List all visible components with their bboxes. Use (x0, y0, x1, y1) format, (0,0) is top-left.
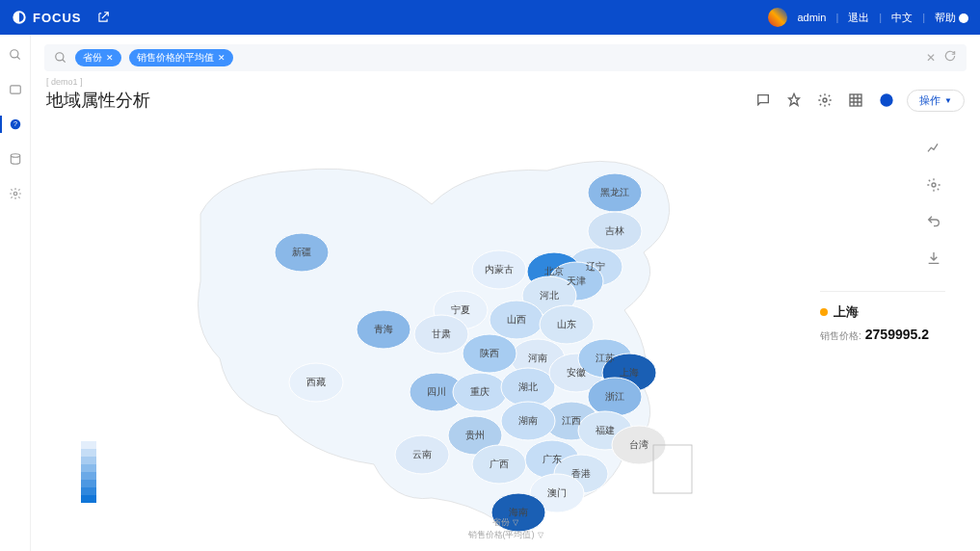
table-icon (848, 92, 863, 108)
gear-icon (9, 187, 22, 200)
search-bar[interactable]: 省份✕ 销售价格的平均值✕ ✕ (44, 44, 967, 71)
line-tool[interactable] (922, 137, 945, 160)
legend-cell (81, 495, 96, 503)
settings-tool[interactable] (814, 90, 835, 111)
svg-point-4 (11, 154, 19, 158)
svg-point-0 (10, 50, 17, 58)
content-area: 省份✕ 销售价格的平均值✕ ✕ [ demo1 ] 地域属性分析 操作▼ 黑龙江… (31, 35, 980, 551)
operate-label: 操作 (919, 93, 940, 108)
province-青海[interactable] (357, 310, 411, 349)
lang-link[interactable]: 中文 (891, 11, 913, 25)
info-dot-icon (820, 308, 828, 316)
refresh-icon (943, 49, 957, 63)
help-link[interactable]: 帮助 (935, 11, 968, 25)
tag-remove-icon[interactable]: ✕ (106, 53, 114, 63)
question-circle-icon: ? (9, 118, 22, 131)
province-广西[interactable] (472, 445, 526, 484)
tag-label: 省份 (83, 51, 102, 65)
avatar[interactable] (768, 8, 787, 27)
config-tool[interactable] (922, 173, 945, 197)
main-layout: ? 省份✕ 销售价格的平均值✕ ✕ [ demo1 ] 地域属性分析 操作▼ 黑… (0, 35, 980, 551)
external-link-button[interactable] (93, 8, 113, 27)
page-title: 地域属性分析 (46, 89, 150, 112)
selected-region: 上海 (820, 303, 945, 321)
brand-logo[interactable]: FOCUS (12, 10, 82, 25)
color-legend (81, 441, 96, 503)
svg-rect-8 (850, 94, 861, 106)
tag-label: 销售价格的平均值 (137, 51, 214, 65)
province-重庆[interactable] (453, 373, 507, 411)
legend-cell (81, 464, 96, 472)
logout-link[interactable]: 退出 (848, 11, 869, 25)
header-right: admin | 退出 | 中文 | 帮助 (768, 8, 968, 27)
province-内蒙古[interactable] (472, 250, 526, 289)
measure-selector[interactable]: 销售价格(平均值)▽ (468, 529, 543, 541)
province-湖南[interactable] (501, 402, 555, 440)
province-陕西[interactable] (463, 334, 516, 373)
sidebar-dashboard[interactable] (7, 81, 24, 98)
username[interactable]: admin (797, 12, 826, 23)
chevron-down-icon: ▽ (538, 531, 543, 539)
app-header: FOCUS admin | 退出 | 中文 | 帮助 (0, 0, 980, 35)
gear-icon (817, 92, 833, 108)
left-sidebar: ? (0, 35, 31, 551)
dimension-selector[interactable]: 省份▽ (468, 516, 543, 529)
sidebar-settings[interactable] (7, 185, 24, 202)
comment-tool[interactable] (753, 90, 774, 111)
filter-tag-province[interactable]: 省份✕ (75, 49, 121, 66)
focus-logo-icon (12, 10, 27, 25)
download-icon (926, 250, 941, 266)
clear-button[interactable]: ✕ (926, 51, 936, 65)
map-footer: 省份▽ 销售价格(平均值)▽ (468, 516, 543, 541)
reset-tool[interactable] (922, 210, 945, 233)
tag-remove-icon[interactable]: ✕ (218, 53, 225, 63)
legend-cell (81, 457, 96, 464)
comment-icon (755, 92, 771, 108)
svg-point-9 (932, 183, 936, 187)
province-黑龙江[interactable] (588, 173, 642, 212)
svg-point-7 (823, 98, 827, 102)
legend-cell (81, 487, 96, 495)
pin-icon (786, 92, 802, 108)
legend-cell (81, 480, 96, 487)
region-name: 上海 (834, 303, 859, 321)
province-吉林[interactable] (588, 212, 642, 250)
table-tool[interactable] (845, 90, 866, 111)
line-chart-icon (926, 141, 941, 156)
filter-tag-price-avg[interactable]: 销售价格的平均值✕ (129, 49, 233, 66)
legend-cell (81, 441, 96, 449)
brand-text: FOCUS (33, 11, 82, 25)
measure-label: 销售价格(平均值) (468, 529, 535, 541)
province-浙江[interactable] (588, 378, 642, 416)
metric-value: 2759995.2 (865, 327, 929, 342)
refresh-button[interactable] (943, 49, 957, 66)
province-新疆[interactable] (275, 233, 329, 272)
info-panel: 上海 销售价格: 2759995.2 (820, 291, 945, 343)
separator: | (922, 12, 925, 23)
province-山西[interactable] (490, 301, 543, 339)
dim-label: 省份 (492, 516, 510, 529)
province-西藏[interactable] (289, 363, 343, 402)
chart-tool[interactable] (876, 90, 897, 111)
pie-chart-icon (879, 92, 894, 108)
province-云南[interactable] (395, 435, 449, 474)
sidebar-analysis[interactable]: ? (7, 116, 24, 133)
chevron-down-icon: ▽ (513, 518, 518, 527)
province-甘肃[interactable] (414, 315, 468, 354)
svg-rect-1 (10, 86, 20, 93)
undo-icon (926, 214, 941, 229)
pin-tool[interactable] (783, 90, 805, 111)
separator: | (835, 12, 838, 23)
china-map[interactable]: 黑龙江吉林辽宁内蒙古北京天津河北山西山东河南陕西宁夏甘肃青海新疆西藏四川重庆湖北… (85, 118, 798, 541)
database-icon (9, 152, 22, 166)
sidebar-search[interactable] (7, 46, 24, 64)
svg-point-6 (56, 53, 64, 61)
province-山东[interactable] (540, 305, 594, 344)
province-湖北[interactable] (501, 368, 555, 407)
gear-icon (926, 177, 941, 193)
sidebar-data[interactable] (7, 150, 24, 168)
operate-button[interactable]: 操作▼ (907, 90, 965, 112)
download-tool[interactable] (922, 247, 945, 270)
legend-cell (81, 472, 96, 480)
separator: | (879, 12, 882, 23)
